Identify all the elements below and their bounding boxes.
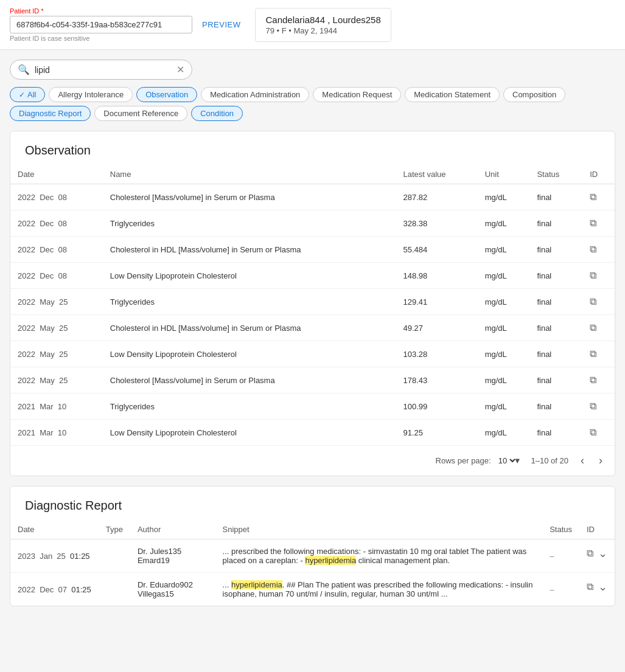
filter-chip-document-reference[interactable]: Document Reference (94, 106, 187, 121)
date-mon: Dec (40, 193, 54, 202)
filter-chip-label: Medication Administration (210, 90, 300, 99)
date-day: 25 (59, 297, 68, 307)
date-mon: Jan (40, 552, 52, 561)
search-input[interactable] (35, 65, 172, 75)
filter-chip-medication-statement[interactable]: Medication Statement (405, 87, 500, 102)
table-row: 2022 May 25Triglycerides129.41mg/dLfinal… (10, 289, 615, 315)
filter-chip-diagnostic-report[interactable]: Diagnostic Report (10, 106, 91, 121)
preview-button[interactable]: PREVIEW (202, 20, 240, 29)
copy-icon[interactable]: ⧉ (590, 427, 596, 437)
expand-icon[interactable]: ⌄ (598, 547, 607, 560)
filter-chip-label: Document Reference (103, 109, 178, 118)
expand-icon[interactable]: ⌄ (598, 580, 607, 594)
table-row: 2022 Dec 08Cholesterol in HDL [Mass/volu… (10, 237, 615, 263)
date-day: 10 (58, 402, 66, 411)
rows-per-page: Rows per page: 10 25 50 ▼ (436, 456, 522, 466)
filter-chip-medication-request[interactable]: Medication Request (313, 87, 401, 102)
date-mon: May (40, 297, 55, 307)
copy-icon[interactable]: ⧉ (590, 270, 596, 280)
date-day: 25 (59, 376, 68, 385)
diag-type-cell (99, 539, 130, 573)
copy-icon[interactable]: ⧉ (590, 348, 596, 359)
copy-icon[interactable]: ⧉ (590, 401, 596, 411)
obs-unit-cell: mg/dL (478, 263, 530, 289)
patient-id-group: Patient ID * Patient ID is case sensitiv… (10, 7, 192, 42)
table-row: 2021 Mar 10Triglycerides100.99mg/dLfinal… (10, 393, 615, 420)
date-day: 10 (58, 428, 66, 437)
content-area: Observation DateNameLatest valueUnitStat… (0, 126, 625, 611)
date-day: 08 (58, 193, 67, 202)
filter-chip-label: Allergy Intolerance (58, 90, 124, 99)
obs-name-cell: Triglycerides (103, 289, 396, 315)
obs-status-cell: final (529, 341, 582, 367)
filter-chip-condition[interactable]: Condition (191, 106, 243, 121)
table-row: 2023 Jan 25 01:25Dr. Jules135 Emard19...… (10, 539, 615, 573)
diag-col-type: Type (99, 520, 130, 539)
date-mon: May (40, 376, 55, 385)
prev-page-button[interactable]: ‹ (578, 452, 587, 469)
date-year: 2021 (18, 428, 35, 437)
top-bar: Patient ID * Patient ID is case sensitiv… (0, 0, 625, 50)
date-day: 08 (58, 271, 67, 280)
copy-icon[interactable]: ⧉ (590, 244, 596, 254)
copy-icon[interactable]: ⧉ (590, 375, 596, 385)
obs-name-cell: Cholesterol [Mass/volume] in Serum or Pl… (103, 184, 396, 210)
date-year: 2022 (18, 585, 35, 594)
search-area: 🔍 ✕ (0, 50, 625, 85)
date-year: 2021 (18, 402, 35, 411)
patient-id-note: Patient ID is case sensitive (10, 35, 192, 42)
table-row: 2022 May 25Cholesterol in HDL [Mass/volu… (10, 315, 615, 341)
diag-snippet-cell: ... hyperlipidemia. ## Plan The patient … (215, 573, 543, 606)
copy-icon[interactable]: ⧉ (587, 548, 593, 559)
date-mon: May (40, 350, 55, 359)
obs-col-name: Name (103, 165, 396, 184)
obs-status-cell: final (529, 263, 582, 289)
obs-value-cell: 91.25 (396, 420, 477, 446)
patient-id-input[interactable] (10, 16, 192, 33)
date-year: 2022 (18, 193, 35, 202)
obs-col-unit: Unit (478, 165, 530, 184)
date-year: 2022 (18, 271, 35, 280)
obs-value-cell: 100.99 (396, 393, 477, 420)
next-page-button[interactable]: › (596, 452, 605, 469)
copy-icon[interactable]: ⧉ (587, 581, 593, 592)
filter-chip-all[interactable]: ✓All (10, 87, 45, 102)
diag-col-id: ID (579, 520, 615, 539)
obs-id-cell: ⧉ (582, 237, 615, 263)
table-row: 2022 May 25Cholesterol [Mass/volume] in … (10, 367, 615, 393)
filter-chip-observation[interactable]: Observation (136, 87, 197, 102)
table-row: 2022 Dec 08Cholesterol [Mass/volume] in … (10, 184, 615, 210)
diag-snippet-cell: ... prescribed the following medications… (215, 539, 543, 573)
filter-chip-allergy-intolerance[interactable]: Allergy Intolerance (49, 87, 133, 102)
obs-date-cell: 2022 May 25 (10, 367, 103, 393)
date-day: 08 (58, 245, 67, 254)
obs-date-cell: 2021 Mar 10 (10, 420, 103, 446)
obs-value-cell: 129.41 (396, 289, 477, 315)
copy-icon[interactable]: ⧉ (590, 218, 596, 228)
copy-icon[interactable]: ⧉ (590, 296, 596, 307)
highlight-text: hyperlipidemia (305, 556, 356, 565)
obs-status-cell: final (529, 237, 582, 263)
date-year: 2022 (18, 350, 35, 359)
obs-id-cell: ⧉ (582, 420, 615, 446)
obs-unit-cell: mg/dL (478, 237, 530, 263)
filter-chip-composition[interactable]: Composition (503, 87, 565, 102)
obs-id-cell: ⧉ (582, 210, 615, 237)
filter-chip-medication-administration[interactable]: Medication Administration (201, 87, 309, 102)
obs-col-date: Date (10, 165, 103, 184)
obs-status-cell: final (529, 210, 582, 237)
copy-icon[interactable]: ⧉ (590, 322, 596, 333)
clear-icon[interactable]: ✕ (176, 64, 184, 75)
diagnostic-report-section: Diagnostic Report DateTypeAuthorSnippetS… (10, 486, 615, 606)
rows-per-page-select[interactable]: 10 25 50 (496, 456, 517, 466)
search-icon: 🔍 (18, 64, 30, 75)
patient-id-label: Patient ID * (10, 7, 192, 15)
diag-col-author: Author (130, 520, 215, 539)
date-mon: Dec (40, 585, 54, 594)
obs-date-cell: 2022 Dec 08 (10, 263, 103, 289)
diag-date-cell: 2022 Dec 07 01:25 (10, 573, 99, 606)
date-day: 25 (59, 324, 68, 333)
obs-name-cell: Low Density Lipoprotein Cholesterol (103, 420, 396, 446)
copy-icon[interactable]: ⧉ (590, 192, 596, 202)
obs-value-cell: 49.27 (396, 315, 477, 341)
